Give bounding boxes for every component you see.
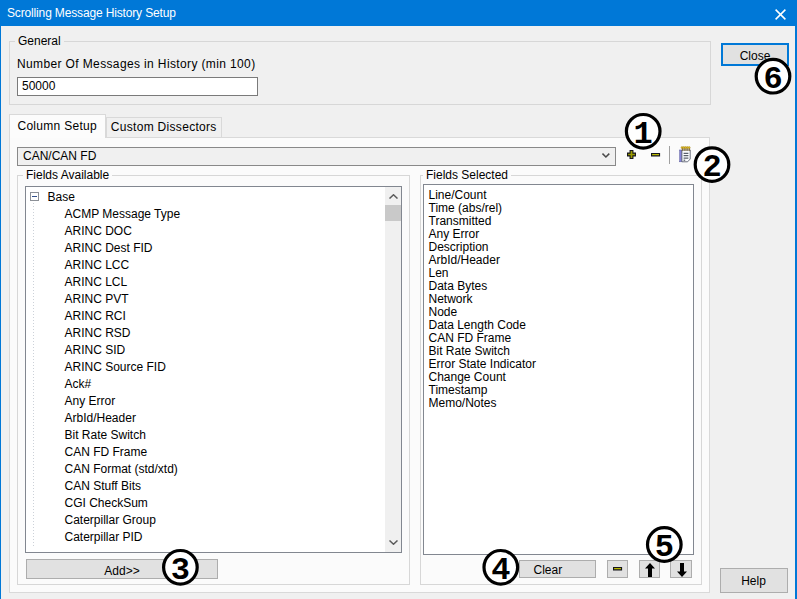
svg-text:4: 4 bbox=[491, 552, 510, 589]
svg-text:1: 1 bbox=[634, 116, 653, 153]
svg-text:6: 6 bbox=[763, 61, 782, 98]
svg-text:3: 3 bbox=[171, 552, 190, 589]
svg-text:5: 5 bbox=[655, 529, 674, 566]
svg-text:2: 2 bbox=[702, 149, 721, 186]
